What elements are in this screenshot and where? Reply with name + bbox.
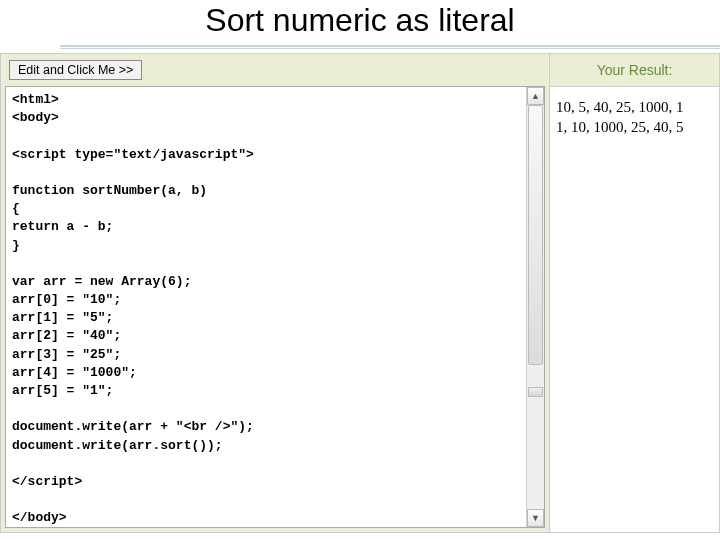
run-button[interactable]: Edit and Click Me >> xyxy=(9,60,142,80)
page-title: Sort numeric as literal xyxy=(0,0,720,45)
editor-container: ▲ ▼ xyxy=(5,86,545,528)
code-editor[interactable] xyxy=(6,87,526,527)
vertical-scrollbar[interactable]: ▲ ▼ xyxy=(526,87,544,527)
result-header: Your Result: xyxy=(550,54,719,87)
scroll-down-arrow-icon[interactable]: ▼ xyxy=(527,509,544,527)
editor-pane: Edit and Click Me >> ▲ ▼ xyxy=(1,54,549,532)
result-output: 10, 5, 40, 25, 1000, 1 1, 10, 1000, 25, … xyxy=(550,87,719,532)
result-line-2: 1, 10, 1000, 25, 40, 5 xyxy=(556,117,713,137)
scroll-grip[interactable] xyxy=(528,387,543,397)
scroll-up-arrow-icon[interactable]: ▲ xyxy=(527,87,544,105)
result-line-1: 10, 5, 40, 25, 1000, 1 xyxy=(556,97,713,117)
workspace: Edit and Click Me >> ▲ ▼ Your Result: 10… xyxy=(0,53,720,533)
result-pane: Your Result: 10, 5, 40, 25, 1000, 1 1, 1… xyxy=(549,54,719,532)
scroll-thumb[interactable] xyxy=(528,105,543,365)
title-divider xyxy=(60,45,720,49)
toolbar: Edit and Click Me >> xyxy=(1,54,549,84)
